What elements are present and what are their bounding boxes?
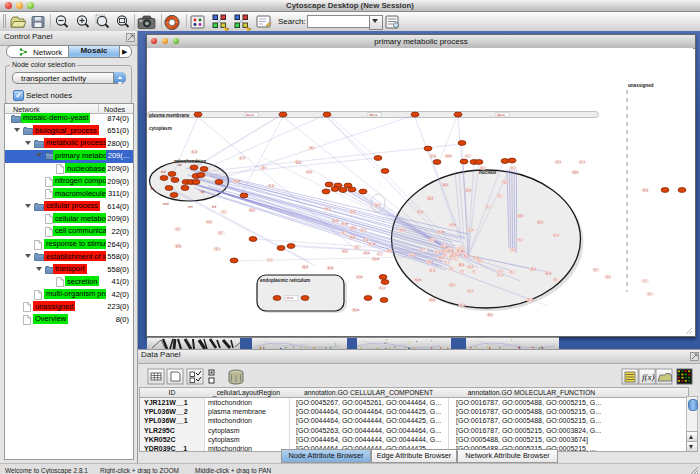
svg-text:unassigned: unassigned <box>628 83 654 88</box>
svg-text:pf-p: pf-p <box>343 249 348 253</box>
svg-text:rd-r: rd-r <box>262 166 266 170</box>
svg-text:gc-g: gc-g <box>430 269 436 272</box>
svg-text:tm-t: tm-t <box>310 146 315 150</box>
svg-text:gg-g: gg-g <box>296 161 302 164</box>
svg-text:ne-n: ne-n <box>307 171 313 174</box>
svg-text:oe-o: oe-o <box>468 290 474 293</box>
svg-text:ed-e: ed-e <box>439 256 445 260</box>
svg-text:rb-r: rb-r <box>554 278 558 282</box>
svg-text:op-o: op-o <box>460 304 466 307</box>
svg-text:brd: brd <box>212 205 216 209</box>
svg-text:oo-o: oo-o <box>430 239 436 242</box>
svg-text:plasma membrane: plasma membrane <box>149 113 190 118</box>
svg-text:pc-p: pc-p <box>554 234 560 237</box>
svg-text:dp-se: dp-se <box>498 113 506 117</box>
svg-text:an-re: an-re <box>287 296 294 300</box>
svg-text:tf-t: tf-t <box>473 270 476 274</box>
svg-text:ds-d: ds-d <box>192 150 198 154</box>
svg-text:ar-a: ar-a <box>361 228 366 232</box>
svg-text:amt: amt <box>181 184 186 188</box>
svg-text:pp-p: pp-p <box>538 221 544 224</box>
svg-text:ob-o: ob-o <box>468 265 474 269</box>
svg-text:bo-b: bo-b <box>430 298 436 302</box>
svg-text:da-d: da-d <box>464 254 470 258</box>
svg-text:od-o: od-o <box>400 228 406 232</box>
svg-text:am-a: am-a <box>364 252 370 255</box>
svg-text:bt-b: bt-b <box>351 210 356 214</box>
svg-text:gg-g: gg-g <box>428 197 434 200</box>
svg-text:bn-b: bn-b <box>474 256 480 260</box>
svg-text:cytoplasm: cytoplasm <box>149 126 172 131</box>
svg-text:cr-c: cr-c <box>643 279 648 283</box>
svg-text:ee-e: ee-e <box>556 161 562 164</box>
svg-text:ac-a: ac-a <box>580 161 586 164</box>
svg-text:emt: emt <box>188 205 193 209</box>
svg-text:ga-g: ga-g <box>466 189 472 192</box>
svg-text:f(x): f(x) <box>642 372 655 382</box>
svg-text:fo-f: fo-f <box>450 267 454 271</box>
svg-text:pt-p: pt-p <box>364 238 369 242</box>
svg-text:am-a: am-a <box>446 155 452 158</box>
svg-text:ce-c: ce-c <box>498 270 504 273</box>
svg-text:to-t: to-t <box>498 194 502 198</box>
svg-text:rg-r: rg-r <box>176 227 180 231</box>
svg-text:tp-t: tp-t <box>481 166 485 170</box>
svg-text:oa-o: oa-o <box>468 229 474 232</box>
svg-text:db-d: db-d <box>459 263 465 267</box>
svg-text:gg-g: gg-g <box>573 171 579 174</box>
svg-text:ts-t: ts-t <box>466 154 470 158</box>
svg-text:ma-m: ma-m <box>373 258 380 261</box>
svg-text:po-p: po-p <box>350 236 356 239</box>
svg-text:tn-t: tn-t <box>444 253 448 257</box>
svg-text:ant: ant <box>150 187 154 191</box>
svg-text:bd-b: bd-b <box>518 214 524 218</box>
svg-text:me-m: me-m <box>369 243 376 246</box>
svg-text:sn-s: sn-s <box>510 271 516 274</box>
svg-text:bpt: bpt <box>201 190 205 194</box>
svg-text:sf-s: sf-s <box>460 246 465 250</box>
svg-text:mo-m: mo-m <box>438 231 445 234</box>
svg-text:dpt: dpt <box>178 163 182 167</box>
svg-text:pb-p: pb-p <box>531 267 537 271</box>
svg-text:gc-g: gc-g <box>442 245 448 248</box>
svg-text:ec-e: ec-e <box>240 157 246 160</box>
svg-text:me-m: me-m <box>457 250 464 253</box>
svg-text:ct-c: ct-c <box>222 210 227 214</box>
svg-text:cm-c: cm-c <box>511 249 517 252</box>
svg-text:oc-o: oc-o <box>380 287 386 290</box>
svg-text:cb-c: cb-c <box>215 247 221 251</box>
svg-text:ga-g: ga-g <box>448 249 454 252</box>
svg-text:nm-n: nm-n <box>427 261 433 264</box>
svg-text:sf-s: sf-s <box>486 205 491 209</box>
svg-text:df-d: df-d <box>488 313 493 317</box>
svg-text:mr-m: mr-m <box>342 222 348 226</box>
svg-text:dsd: dsd <box>161 170 166 174</box>
svg-text:os-o: os-o <box>498 274 504 277</box>
svg-text:tn-t: tn-t <box>648 292 652 296</box>
svg-text:rs-r: rs-r <box>454 257 458 261</box>
svg-text:fo-f: fo-f <box>594 268 598 272</box>
svg-text:dp-d: dp-d <box>303 265 309 269</box>
svg-text:fp-f: fp-f <box>219 231 223 235</box>
svg-text:mo-m: mo-m <box>353 309 360 312</box>
svg-text:da-d: da-d <box>328 266 334 270</box>
svg-text:ob-o: ob-o <box>387 249 393 253</box>
svg-text:ne-n: ne-n <box>207 221 213 224</box>
svg-text:bn-b: bn-b <box>528 298 534 302</box>
svg-text:oa-o: oa-o <box>410 254 416 257</box>
svg-text:fr-f: fr-f <box>461 270 464 274</box>
svg-text:nb-n: nb-n <box>450 283 456 287</box>
svg-text:fr-f: fr-f <box>422 248 425 252</box>
svg-text:gt-g: gt-g <box>250 208 255 212</box>
svg-text:bc-b: bc-b <box>269 184 275 188</box>
svg-text:re-r: re-r <box>342 231 346 235</box>
svg-text:sc-s: sc-s <box>445 261 450 264</box>
svg-text:endoplasmic reticulum: endoplasmic reticulum <box>260 278 310 283</box>
svg-text:bn-b: bn-b <box>418 210 424 214</box>
svg-text:dm-re: dm-re <box>370 113 378 117</box>
svg-text:gd-g: gd-g <box>176 244 182 248</box>
svg-text:emd: emd <box>163 202 169 206</box>
svg-text:mp-m: mp-m <box>415 279 422 282</box>
svg-text:mf-m: mf-m <box>450 223 456 227</box>
svg-text:oa-o: oa-o <box>455 254 461 257</box>
